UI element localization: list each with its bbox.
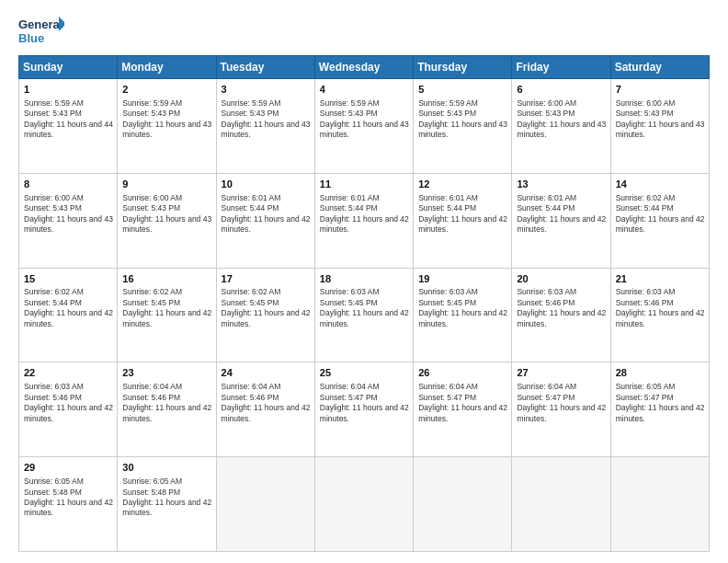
day-cell: 25Sunrise: 6:04 AMSunset: 5:47 PMDayligh… <box>314 362 413 457</box>
day-number: 24 <box>222 366 311 380</box>
day-info: Sunrise: 6:01 AMSunset: 5:44 PMDaylight:… <box>517 193 606 236</box>
svg-text:Blue: Blue <box>18 31 44 45</box>
day-info: Sunrise: 6:05 AMSunset: 5:48 PMDaylight:… <box>24 477 113 519</box>
day-cell: 9Sunrise: 6:00 AMSunset: 5:43 PMDaylight… <box>118 173 216 268</box>
day-info: Sunrise: 6:04 AMSunset: 5:46 PMDaylight:… <box>122 382 211 424</box>
day-cell: 26Sunrise: 6:04 AMSunset: 5:47 PMDayligh… <box>414 362 512 457</box>
day-cell: 19Sunrise: 6:03 AMSunset: 5:45 PMDayligh… <box>414 268 512 362</box>
day-info: Sunrise: 6:02 AMSunset: 5:45 PMDaylight:… <box>222 287 311 329</box>
day-info: Sunrise: 5:59 AMSunset: 5:43 PMDaylight:… <box>222 98 311 141</box>
day-number: 10 <box>222 178 311 191</box>
day-cell: 23Sunrise: 6:04 AMSunset: 5:46 PMDayligh… <box>118 362 216 457</box>
day-info: Sunrise: 6:03 AMSunset: 5:45 PMDaylight:… <box>418 287 507 329</box>
day-cell: 10Sunrise: 6:01 AMSunset: 5:44 PMDayligh… <box>216 173 314 268</box>
calendar-header: SundayMondayTuesdayWednesdayThursdayFrid… <box>19 56 710 79</box>
day-cell: 5Sunrise: 5:59 AMSunset: 5:43 PMDaylight… <box>414 79 512 174</box>
header-cell-friday: Friday <box>512 56 610 79</box>
logo-svg: General Blue <box>18 15 64 48</box>
header-cell-sunday: Sunday <box>19 56 118 79</box>
day-info: Sunrise: 6:01 AMSunset: 5:44 PMDaylight:… <box>418 193 507 236</box>
page: General Blue SundayMondayTuesdayWednesda… <box>0 0 728 563</box>
week-row-5: 29Sunrise: 6:05 AMSunset: 5:48 PMDayligh… <box>19 457 710 552</box>
week-row-3: 15Sunrise: 6:02 AMSunset: 5:44 PMDayligh… <box>19 268 710 362</box>
header-row: SundayMondayTuesdayWednesdayThursdayFrid… <box>19 56 710 79</box>
day-info: Sunrise: 6:00 AMSunset: 5:43 PMDaylight:… <box>517 98 606 141</box>
day-cell: 21Sunrise: 6:03 AMSunset: 5:46 PMDayligh… <box>610 268 709 362</box>
day-number: 1 <box>24 83 113 97</box>
day-cell: 20Sunrise: 6:03 AMSunset: 5:46 PMDayligh… <box>512 268 610 362</box>
day-cell: 4Sunrise: 5:59 AMSunset: 5:43 PMDaylight… <box>314 79 413 174</box>
day-info: Sunrise: 6:03 AMSunset: 5:46 PMDaylight:… <box>616 287 705 329</box>
calendar-body: 1Sunrise: 5:59 AMSunset: 5:43 PMDaylight… <box>19 79 710 552</box>
day-cell: 14Sunrise: 6:02 AMSunset: 5:44 PMDayligh… <box>610 173 709 268</box>
day-number: 18 <box>320 272 409 286</box>
day-cell: 27Sunrise: 6:04 AMSunset: 5:47 PMDayligh… <box>512 362 610 457</box>
week-row-2: 8Sunrise: 6:00 AMSunset: 5:43 PMDaylight… <box>19 173 710 268</box>
day-cell <box>414 457 512 552</box>
header: General Blue <box>18 15 710 48</box>
day-number: 30 <box>122 461 211 475</box>
day-number: 4 <box>320 83 409 97</box>
day-number: 29 <box>24 461 113 475</box>
day-info: Sunrise: 6:00 AMSunset: 5:43 PMDaylight:… <box>24 193 113 236</box>
day-info: Sunrise: 6:02 AMSunset: 5:45 PMDaylight:… <box>122 287 211 329</box>
day-number: 21 <box>616 272 705 286</box>
day-cell: 29Sunrise: 6:05 AMSunset: 5:48 PMDayligh… <box>19 457 118 552</box>
day-number: 2 <box>122 83 211 97</box>
day-number: 13 <box>517 178 606 191</box>
week-row-1: 1Sunrise: 5:59 AMSunset: 5:43 PMDaylight… <box>19 79 710 174</box>
day-cell: 24Sunrise: 6:04 AMSunset: 5:46 PMDayligh… <box>216 362 314 457</box>
day-cell: 17Sunrise: 6:02 AMSunset: 5:45 PMDayligh… <box>216 268 314 362</box>
day-number: 5 <box>418 83 507 97</box>
day-info: Sunrise: 5:59 AMSunset: 5:43 PMDaylight:… <box>122 98 211 141</box>
day-info: Sunrise: 6:03 AMSunset: 5:45 PMDaylight:… <box>320 287 409 329</box>
day-cell: 7Sunrise: 6:00 AMSunset: 5:43 PMDaylight… <box>610 79 709 174</box>
day-info: Sunrise: 6:03 AMSunset: 5:46 PMDaylight:… <box>517 287 606 329</box>
day-cell <box>216 457 314 552</box>
day-cell: 30Sunrise: 6:05 AMSunset: 5:48 PMDayligh… <box>118 457 216 552</box>
day-number: 3 <box>222 83 311 97</box>
day-cell: 3Sunrise: 5:59 AMSunset: 5:43 PMDaylight… <box>216 79 314 174</box>
day-number: 25 <box>320 366 409 380</box>
day-cell: 1Sunrise: 5:59 AMSunset: 5:43 PMDaylight… <box>19 79 118 174</box>
day-cell: 8Sunrise: 6:00 AMSunset: 5:43 PMDaylight… <box>19 173 118 268</box>
day-info: Sunrise: 6:02 AMSunset: 5:44 PMDaylight:… <box>616 193 705 236</box>
day-info: Sunrise: 6:00 AMSunset: 5:43 PMDaylight:… <box>122 193 211 236</box>
day-number: 26 <box>418 366 507 380</box>
header-cell-monday: Monday <box>118 56 216 79</box>
day-number: 19 <box>418 272 507 286</box>
day-info: Sunrise: 5:59 AMSunset: 5:43 PMDaylight:… <box>320 98 409 141</box>
week-row-4: 22Sunrise: 6:03 AMSunset: 5:46 PMDayligh… <box>19 362 710 457</box>
day-number: 7 <box>616 83 705 97</box>
calendar-table: SundayMondayTuesdayWednesdayThursdayFrid… <box>18 55 710 552</box>
day-info: Sunrise: 6:04 AMSunset: 5:47 PMDaylight:… <box>418 382 507 424</box>
day-number: 16 <box>122 272 211 286</box>
day-number: 9 <box>122 178 211 191</box>
logo: General Blue <box>18 15 64 48</box>
day-cell: 22Sunrise: 6:03 AMSunset: 5:46 PMDayligh… <box>19 362 118 457</box>
header-cell-tuesday: Tuesday <box>216 56 314 79</box>
day-cell: 12Sunrise: 6:01 AMSunset: 5:44 PMDayligh… <box>414 173 512 268</box>
day-cell: 2Sunrise: 5:59 AMSunset: 5:43 PMDaylight… <box>118 79 216 174</box>
svg-text:General: General <box>18 17 63 31</box>
day-cell <box>610 457 709 552</box>
day-info: Sunrise: 6:04 AMSunset: 5:47 PMDaylight:… <box>320 382 409 424</box>
day-cell <box>512 457 610 552</box>
day-info: Sunrise: 6:05 AMSunset: 5:47 PMDaylight:… <box>616 382 705 424</box>
day-cell: 28Sunrise: 6:05 AMSunset: 5:47 PMDayligh… <box>610 362 709 457</box>
day-info: Sunrise: 6:04 AMSunset: 5:46 PMDaylight:… <box>222 382 311 424</box>
day-number: 22 <box>24 366 113 380</box>
day-number: 20 <box>517 272 606 286</box>
day-number: 17 <box>222 272 311 286</box>
day-info: Sunrise: 6:00 AMSunset: 5:43 PMDaylight:… <box>616 98 705 141</box>
day-info: Sunrise: 6:02 AMSunset: 5:44 PMDaylight:… <box>24 287 113 329</box>
day-number: 12 <box>418 178 507 191</box>
day-number: 14 <box>616 178 705 191</box>
day-cell: 11Sunrise: 6:01 AMSunset: 5:44 PMDayligh… <box>314 173 413 268</box>
day-info: Sunrise: 6:01 AMSunset: 5:44 PMDaylight:… <box>320 193 409 236</box>
header-cell-thursday: Thursday <box>414 56 512 79</box>
day-info: Sunrise: 6:04 AMSunset: 5:47 PMDaylight:… <box>517 382 606 424</box>
day-number: 6 <box>517 83 606 97</box>
day-cell <box>314 457 413 552</box>
day-cell: 16Sunrise: 6:02 AMSunset: 5:45 PMDayligh… <box>118 268 216 362</box>
